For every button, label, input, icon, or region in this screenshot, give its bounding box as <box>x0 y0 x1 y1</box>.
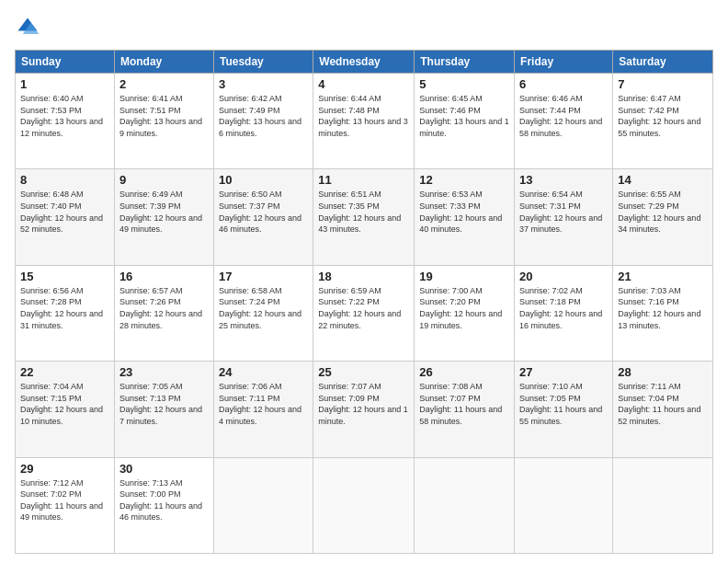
day-number: 26 <box>419 365 509 379</box>
day-info: Sunrise: 6:50 AMSunset: 7:37 PMDaylight:… <box>219 189 308 235</box>
day-header-friday: Friday <box>515 51 613 74</box>
day-number: 6 <box>519 77 608 91</box>
day-info: Sunrise: 6:47 AMSunset: 7:42 PMDaylight:… <box>618 93 708 139</box>
day-number: 17 <box>219 270 308 283</box>
day-header-wednesday: Wednesday <box>313 51 415 74</box>
day-header-monday: Monday <box>114 51 213 74</box>
day-number: 5 <box>419 77 509 91</box>
day-info: Sunrise: 7:06 AMSunset: 7:11 PMDaylight:… <box>219 381 308 427</box>
calendar-cell: 14 Sunrise: 6:55 AMSunset: 7:29 PMDaylig… <box>613 169 713 265</box>
day-info: Sunrise: 6:53 AMSunset: 7:33 PMDaylight:… <box>419 189 509 235</box>
day-info: Sunrise: 6:59 AMSunset: 7:22 PMDaylight:… <box>318 285 409 331</box>
day-number: 3 <box>219 77 308 91</box>
day-number: 9 <box>119 173 209 187</box>
calendar-cell: 21 Sunrise: 7:03 AMSunset: 7:16 PMDaylig… <box>613 265 713 361</box>
calendar-cell: 3 Sunrise: 6:42 AMSunset: 7:49 PMDayligh… <box>213 74 313 169</box>
calendar-cell: 11 Sunrise: 6:51 AMSunset: 7:35 PMDaylig… <box>313 169 415 265</box>
day-number: 7 <box>618 77 708 91</box>
calendar-cell <box>213 457 313 553</box>
calendar-cell: 5 Sunrise: 6:45 AMSunset: 7:46 PMDayligh… <box>415 74 515 169</box>
day-number: 22 <box>20 365 109 379</box>
calendar-cell: 29 Sunrise: 7:12 AMSunset: 7:02 PMDaylig… <box>16 457 115 553</box>
day-number: 14 <box>618 173 708 187</box>
day-info: Sunrise: 6:45 AMSunset: 7:46 PMDaylight:… <box>419 93 509 139</box>
calendar-cell: 8 Sunrise: 6:48 AMSunset: 7:40 PMDayligh… <box>16 169 115 265</box>
day-number: 21 <box>618 270 708 283</box>
day-number: 11 <box>318 173 409 187</box>
day-info: Sunrise: 7:13 AMSunset: 7:00 PMDaylight:… <box>119 477 209 523</box>
page: SundayMondayTuesdayWednesdayThursdayFrid… <box>0 0 728 563</box>
calendar-cell <box>515 457 613 553</box>
day-header-thursday: Thursday <box>415 51 515 74</box>
day-header-sunday: Sunday <box>16 51 115 74</box>
day-info: Sunrise: 6:46 AMSunset: 7:44 PMDaylight:… <box>519 93 608 139</box>
calendar-cell <box>313 457 415 553</box>
logo <box>15 15 44 40</box>
day-info: Sunrise: 6:55 AMSunset: 7:29 PMDaylight:… <box>618 189 708 235</box>
calendar-cell: 15 Sunrise: 6:56 AMSunset: 7:28 PMDaylig… <box>16 265 115 361</box>
day-number: 28 <box>618 365 708 379</box>
week-row-5: 29 Sunrise: 7:12 AMSunset: 7:02 PMDaylig… <box>16 457 713 553</box>
calendar-cell: 26 Sunrise: 7:08 AMSunset: 7:07 PMDaylig… <box>415 362 515 457</box>
day-number: 24 <box>219 365 308 379</box>
day-info: Sunrise: 7:07 AMSunset: 7:09 PMDaylight:… <box>318 381 409 427</box>
calendar-cell: 24 Sunrise: 7:06 AMSunset: 7:11 PMDaylig… <box>213 362 313 457</box>
calendar-header: SundayMondayTuesdayWednesdayThursdayFrid… <box>16 51 713 74</box>
day-info: Sunrise: 6:49 AMSunset: 7:39 PMDaylight:… <box>119 189 209 235</box>
header <box>15 15 713 40</box>
calendar-cell: 30 Sunrise: 7:13 AMSunset: 7:00 PMDaylig… <box>114 457 213 553</box>
calendar-cell <box>613 457 713 553</box>
calendar-cell: 25 Sunrise: 7:07 AMSunset: 7:09 PMDaylig… <box>313 362 415 457</box>
day-info: Sunrise: 6:54 AMSunset: 7:31 PMDaylight:… <box>519 189 608 235</box>
day-number: 1 <box>20 77 109 91</box>
day-header-saturday: Saturday <box>613 51 713 74</box>
day-number: 8 <box>20 173 109 187</box>
day-header-tuesday: Tuesday <box>213 51 313 74</box>
calendar-cell: 12 Sunrise: 6:53 AMSunset: 7:33 PMDaylig… <box>415 169 515 265</box>
calendar-cell: 1 Sunrise: 6:40 AMSunset: 7:53 PMDayligh… <box>16 74 115 169</box>
week-row-2: 8 Sunrise: 6:48 AMSunset: 7:40 PMDayligh… <box>16 169 713 265</box>
day-info: Sunrise: 7:03 AMSunset: 7:16 PMDaylight:… <box>618 285 708 331</box>
calendar-cell: 4 Sunrise: 6:44 AMSunset: 7:48 PMDayligh… <box>313 74 415 169</box>
calendar-cell: 7 Sunrise: 6:47 AMSunset: 7:42 PMDayligh… <box>613 74 713 169</box>
calendar-cell: 23 Sunrise: 7:05 AMSunset: 7:13 PMDaylig… <box>114 362 213 457</box>
calendar-body: 1 Sunrise: 6:40 AMSunset: 7:53 PMDayligh… <box>16 74 713 554</box>
day-number: 4 <box>318 77 409 91</box>
calendar-cell: 28 Sunrise: 7:11 AMSunset: 7:04 PMDaylig… <box>613 362 713 457</box>
calendar-table: SundayMondayTuesdayWednesdayThursdayFrid… <box>15 50 713 554</box>
calendar-cell: 9 Sunrise: 6:49 AMSunset: 7:39 PMDayligh… <box>114 169 213 265</box>
calendar-cell: 17 Sunrise: 6:58 AMSunset: 7:24 PMDaylig… <box>213 265 313 361</box>
day-info: Sunrise: 7:12 AMSunset: 7:02 PMDaylight:… <box>20 477 109 523</box>
calendar-cell: 27 Sunrise: 7:10 AMSunset: 7:05 PMDaylig… <box>515 362 613 457</box>
day-number: 23 <box>119 365 209 379</box>
day-info: Sunrise: 7:04 AMSunset: 7:15 PMDaylight:… <box>20 381 109 427</box>
day-number: 18 <box>318 270 409 283</box>
day-info: Sunrise: 6:58 AMSunset: 7:24 PMDaylight:… <box>219 285 308 331</box>
calendar-cell: 13 Sunrise: 6:54 AMSunset: 7:31 PMDaylig… <box>515 169 613 265</box>
day-number: 16 <box>119 270 209 283</box>
day-info: Sunrise: 6:42 AMSunset: 7:49 PMDaylight:… <box>219 93 308 139</box>
day-number: 19 <box>419 270 509 283</box>
calendar-cell: 18 Sunrise: 6:59 AMSunset: 7:22 PMDaylig… <box>313 265 415 361</box>
day-number: 10 <box>219 173 308 187</box>
logo-icon <box>15 15 40 40</box>
week-row-3: 15 Sunrise: 6:56 AMSunset: 7:28 PMDaylig… <box>16 265 713 361</box>
calendar-cell: 19 Sunrise: 7:00 AMSunset: 7:20 PMDaylig… <box>415 265 515 361</box>
calendar-cell: 16 Sunrise: 6:57 AMSunset: 7:26 PMDaylig… <box>114 265 213 361</box>
day-number: 27 <box>519 365 608 379</box>
day-info: Sunrise: 6:57 AMSunset: 7:26 PMDaylight:… <box>119 285 209 331</box>
day-info: Sunrise: 7:05 AMSunset: 7:13 PMDaylight:… <box>119 381 209 427</box>
calendar-cell <box>415 457 515 553</box>
day-number: 12 <box>419 173 509 187</box>
day-info: Sunrise: 7:10 AMSunset: 7:05 PMDaylight:… <box>519 381 608 427</box>
day-info: Sunrise: 6:44 AMSunset: 7:48 PMDaylight:… <box>318 93 409 139</box>
calendar-cell: 6 Sunrise: 6:46 AMSunset: 7:44 PMDayligh… <box>515 74 613 169</box>
day-info: Sunrise: 6:51 AMSunset: 7:35 PMDaylight:… <box>318 189 409 235</box>
calendar-cell: 10 Sunrise: 6:50 AMSunset: 7:37 PMDaylig… <box>213 169 313 265</box>
day-number: 20 <box>519 270 608 283</box>
calendar-cell: 20 Sunrise: 7:02 AMSunset: 7:18 PMDaylig… <box>515 265 613 361</box>
days-row: SundayMondayTuesdayWednesdayThursdayFrid… <box>16 51 713 74</box>
day-number: 29 <box>20 462 109 476</box>
day-number: 2 <box>119 77 209 91</box>
week-row-4: 22 Sunrise: 7:04 AMSunset: 7:15 PMDaylig… <box>16 362 713 457</box>
